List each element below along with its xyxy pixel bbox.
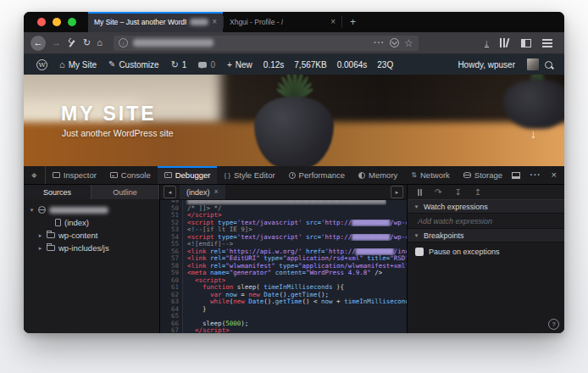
code-text: <link rel='https://api.w.org/' href='htt…	[183, 248, 407, 256]
watch-expressions-header[interactable]: ▾ Watch expressions	[408, 200, 564, 214]
home-button[interactable]: ⌂	[97, 38, 103, 47]
scroll-down-arrow[interactable]: ↓	[530, 127, 536, 141]
search-icon[interactable]	[545, 61, 552, 69]
devtools-tab-console[interactable]: Console	[103, 166, 158, 184]
code-text: sleep(5000);	[183, 320, 248, 328]
code-line[interactable]: 63 while(new Date().getTime() < now + ti…	[160, 298, 407, 306]
devtools-tab-inspector[interactable]: Inspector	[46, 166, 103, 184]
chevron-right-icon[interactable]: ▸	[37, 232, 43, 239]
help-icon[interactable]: ?	[548, 319, 559, 330]
code-line[interactable]: 67 </script>	[160, 327, 407, 333]
code-line[interactable]: 51</script>	[160, 212, 407, 220]
tree-item-wp-includes-js[interactable]: ▸wp-includes/js	[24, 242, 159, 254]
code-text: /* ]]> */	[183, 205, 222, 213]
step-out-icon[interactable]: ↥	[474, 188, 481, 197]
close-editor-tab-icon[interactable]: ×	[214, 188, 219, 196]
code-line[interactable]: 58<link rel="wlwmanifest" type="applicat…	[160, 263, 407, 270]
code-line[interactable]: 62 var now = new Date().getTime();	[160, 292, 407, 299]
add-watch-expression-input[interactable]: Add watch expression	[408, 214, 564, 229]
url-bar[interactable]: i ··· ☆	[114, 36, 419, 51]
step-over-icon[interactable]: ↷	[435, 188, 441, 197]
code-line[interactable]: 53<!--[if lt IE 9]>	[160, 226, 407, 234]
site-info-icon[interactable]: i	[119, 38, 128, 47]
admin-new[interactable]: +New	[221, 60, 258, 70]
pause-on-exceptions-checkbox[interactable]	[415, 248, 424, 256]
redacted-domain	[49, 207, 108, 214]
close-tab-icon[interactable]: ×	[330, 18, 336, 26]
code-line[interactable]: 49██████████████████████████████████████…	[160, 200, 407, 205]
breakpoints-header[interactable]: ▾ Breakpoints	[408, 229, 564, 242]
wrench-icon[interactable]	[67, 38, 77, 48]
devtools-tab-network[interactable]: ⇅Network	[404, 166, 457, 184]
devtools-tab-debugger[interactable]: Debugger	[158, 166, 218, 184]
devtools-tab-memory[interactable]: Memory	[352, 166, 404, 184]
close-window-button[interactable]	[37, 18, 46, 26]
sources-tab-outline[interactable]: Outline	[92, 185, 159, 199]
code-line[interactable]: 59<meta name="generator" content="WordPr…	[160, 270, 407, 277]
code-line[interactable]: 64 }	[160, 306, 407, 314]
dock-mode-icon[interactable]	[512, 172, 520, 179]
hamburger-menu-icon[interactable]	[542, 39, 552, 47]
pause-on-exceptions-row[interactable]: Pause on exceptions	[408, 242, 564, 256]
admin-comments[interactable]: 0	[192, 60, 221, 70]
collapse-sources-icon[interactable]: ◂	[164, 186, 176, 198]
browser-tab-my-site[interactable]: My Site – Just another WordPress S ×	[88, 12, 223, 32]
code-line[interactable]: 61 function sleep( timeInMilliseconds ){	[160, 284, 407, 292]
minimize-window-button[interactable]	[53, 18, 61, 26]
downloads-icon[interactable]: ↓	[485, 38, 490, 47]
toolbar-buttons: ↓	[485, 38, 558, 47]
expand-panes-icon[interactable]: ▸	[391, 186, 403, 198]
code-line[interactable]: 55<![endif]-->	[160, 241, 407, 248]
admin-site-name[interactable]: ⌂My Site	[53, 60, 103, 70]
bookmark-star-icon[interactable]: ☆	[404, 37, 413, 49]
line-number[interactable]: 67	[160, 327, 183, 333]
step-in-icon[interactable]: ↧	[454, 188, 461, 197]
browser-tab-xhgui[interactable]: Xhgui - Profile - / ×	[224, 12, 341, 32]
close-devtools-icon[interactable]: ×	[552, 170, 557, 180]
avatar[interactable]	[527, 58, 539, 70]
tree-item--index-[interactable]: (index)	[24, 216, 159, 229]
sources-tab-sources[interactable]: Sources	[24, 185, 92, 199]
pocket-icon[interactable]	[390, 38, 399, 47]
devtools-tab-storage[interactable]: Storage	[457, 166, 509, 184]
code-text: <script>	[183, 277, 225, 285]
devtools-tab-performance[interactable]: Performance	[282, 166, 352, 184]
sidebar-toggle-icon[interactable]	[521, 39, 531, 47]
library-icon[interactable]	[500, 38, 510, 47]
code-line[interactable]: 50/* ]]> */	[160, 205, 407, 213]
chevron-right-icon[interactable]: ▸	[37, 245, 43, 252]
tree-item-domain[interactable]: ▾	[24, 203, 159, 216]
pause-icon[interactable]	[418, 189, 422, 196]
tree-item-label: wp-content	[58, 231, 97, 240]
admin-updates[interactable]: ↻1	[165, 60, 193, 70]
forward-button[interactable]: →	[52, 38, 61, 47]
devtools-menu-icon[interactable]: ···	[530, 170, 541, 180]
code-line[interactable]: 56<link rel='https://api.w.org/' href='h…	[160, 248, 407, 256]
wp-logo-menu[interactable]: W	[31, 59, 53, 70]
code-line[interactable]: 57<link rel="EditURI" type="application/…	[160, 255, 407, 263]
window-controls	[24, 12, 88, 32]
site-title[interactable]: MY SITE	[61, 103, 157, 125]
chevron-down-icon[interactable]: ▾	[29, 207, 35, 214]
node-picker-icon[interactable]: ⌖	[24, 166, 46, 184]
code-view[interactable]: 49██████████████████████████████████████…	[160, 200, 407, 333]
tree-item-wp-content[interactable]: ▸wp-content	[24, 229, 159, 242]
code-line[interactable]: 52<script type='text/javascript' src='ht…	[160, 220, 407, 227]
code-line[interactable]: 66 sleep(5000);	[160, 320, 407, 328]
reload-button[interactable]: ↻	[83, 38, 91, 47]
page-actions-icon[interactable]: ···	[374, 38, 385, 47]
close-tab-icon[interactable]: ×	[212, 18, 217, 26]
admin-customize[interactable]: ✎Customize	[103, 60, 165, 70]
editor-tab-index[interactable]: (index) ×	[180, 185, 225, 199]
mem-icon	[358, 172, 365, 179]
code-line[interactable]: 60 <script>	[160, 277, 407, 285]
devtools-tab-label: Console	[121, 170, 151, 180]
back-button[interactable]: ←	[31, 36, 46, 51]
folder-icon	[47, 245, 55, 251]
code-line[interactable]: 65	[160, 313, 407, 320]
devtools-tab-style-editor[interactable]: { }Style Editor	[217, 166, 281, 184]
admin-account-menu[interactable]: Howdy, wpuser	[452, 60, 521, 70]
zoom-window-button[interactable]	[68, 18, 76, 26]
new-tab-button[interactable]: +	[342, 12, 363, 32]
code-line[interactable]: 54<script type='text/javascript' src='ht…	[160, 234, 407, 242]
